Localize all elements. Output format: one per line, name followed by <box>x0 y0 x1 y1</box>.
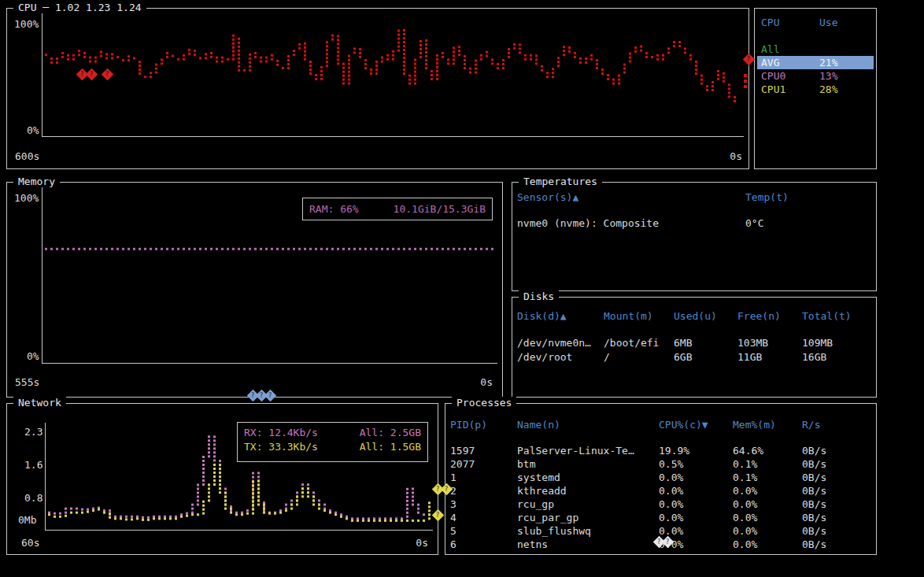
process-cell: 0.0% <box>659 525 683 537</box>
cpu-y-axis <box>42 13 43 137</box>
ram-percent-label: RAM: 66% <box>309 203 359 215</box>
process-row[interactable]: 2kthreadd0.0%0.0%0B/s <box>445 485 876 498</box>
net-x-left-label: 60s <box>21 537 39 549</box>
proc-col-cpu[interactable]: CPU%(c)▼ <box>659 419 708 431</box>
disk-row[interactable]: /dev/nvme0n… /boot/efi 6MB 103MB 109MB <box>512 337 876 350</box>
disk-free: 103MB <box>737 337 768 349</box>
process-row[interactable]: 4rcu_par_gp0.0%0.0%0B/s <box>445 512 876 525</box>
processes-header-row: PID(p) Name(n) CPU%(c)▼ Mem%(m) R/s <box>445 419 876 432</box>
process-cell: kthreadd <box>517 485 567 497</box>
process-row[interactable]: 5slub_flushwq0.0%0.0%0B/s <box>445 525 876 538</box>
cpu-y-min-label: 0% <box>27 124 39 136</box>
cpu-panel[interactable]: CPU ─ 1.02 1.23 1.24 100% 0% 600s 0s <box>6 8 749 169</box>
disk-free: 11GB <box>737 351 762 363</box>
process-row[interactable]: 2077btm0.5%0.1%0B/s <box>445 458 876 472</box>
cpu1-label: CPU1 <box>761 83 785 95</box>
cpu-legend-row-avg[interactable]: AVG 21% <box>755 57 876 70</box>
cpu-legend-row-all[interactable]: All <box>755 43 876 57</box>
system-monitor-screen: CPU ─ 1.02 1.23 1.24 100% 0% 600s 0s CPU… <box>0 0 924 577</box>
process-cell: PalServer-Linux-Te… <box>517 445 634 457</box>
disk-used: 6GB <box>674 351 692 363</box>
temperatures-panel-title: Temperatures <box>519 176 602 187</box>
process-cell: 0.0% <box>733 538 757 550</box>
process-cell: 5 <box>450 525 456 537</box>
process-cell: 3 <box>450 498 456 510</box>
process-row[interactable]: 1597PalServer-Linux-Te…19.9%64.6%0B/s <box>445 445 876 458</box>
cpu-usage-chart <box>45 9 745 139</box>
cpu-legend-row-cpu0[interactable]: CPU0 13% <box>755 70 876 83</box>
cpu-avg-label: AVG <box>761 57 779 68</box>
disk-row[interactable]: /dev/root / 6GB 11GB 16GB <box>512 351 876 364</box>
network-y-axis <box>45 423 46 530</box>
temps-row[interactable]: nvme0 (nvme): Composite 0°C <box>512 217 876 231</box>
processes-panel[interactable]: Processes PID(p) Name(n) CPU%(c)▼ Mem%(m… <box>445 403 877 555</box>
rx-rate-label: RX: 12.4Kb/s <box>244 427 318 438</box>
net-y-label-0: 0Mb <box>18 514 36 526</box>
process-cell: 64.6% <box>733 445 763 457</box>
disk-mount: /boot/efi <box>604 337 659 349</box>
process-row[interactable]: 3rcu_gp0.0%0.0%0B/s <box>445 498 876 512</box>
chart-dot <box>744 85 747 88</box>
process-cell: btm <box>517 458 535 470</box>
temps-col-temp[interactable]: Temp(t) <box>745 191 789 203</box>
network-panel[interactable]: Network 2.3 1.6 0.8 0Mb RX: 12.4Kb/s All… <box>6 403 438 555</box>
disks-panel[interactable]: Disks Disk(d)▲ Mount(m) Used(u) Free(n) … <box>512 297 877 398</box>
proc-col-rs[interactable]: R/s <box>802 419 820 431</box>
temps-col-sensor[interactable]: Sensor(s)▲ <box>517 191 578 203</box>
proc-col-mem[interactable]: Mem%(m) <box>733 419 776 431</box>
disk-name: /dev/root <box>517 351 572 363</box>
ram-amount-label: 10.1GiB/15.3GiB <box>394 203 486 215</box>
process-cell: 1 <box>450 472 456 483</box>
process-cell: 1597 <box>450 445 475 457</box>
process-cell: 0.0% <box>733 525 757 537</box>
process-cell: netns <box>517 538 548 550</box>
disk-used: 6MB <box>674 337 692 349</box>
process-cell: 0.0% <box>659 498 683 510</box>
cpu-legend-col-use[interactable]: Use <box>819 17 837 28</box>
net-y-label-3: 0.8 <box>24 492 43 504</box>
memory-x-right-label: 0s <box>480 376 493 388</box>
process-row[interactable]: 1systemd0.0%0.1%0B/s <box>445 472 876 485</box>
disks-col-mount[interactable]: Mount(m) <box>604 310 653 322</box>
process-cell: 0.5% <box>659 458 683 470</box>
process-cell: 0B/s <box>802 512 826 523</box>
process-cell: 0.0% <box>659 472 683 483</box>
process-cell: 0B/s <box>802 538 826 550</box>
disk-total: 109MB <box>802 337 833 349</box>
disk-mount: / <box>604 351 610 363</box>
temperatures-panel[interactable]: Temperatures Sensor(s)▲ Temp(t) nvme0 (n… <box>512 182 877 291</box>
cpu0-label: CPU0 <box>761 70 785 82</box>
disks-header-row: Disk(d)▲ Mount(m) Used(u) Free(n) Total(… <box>512 310 876 324</box>
process-cell: 2077 <box>450 458 475 470</box>
process-cell: 0B/s <box>802 445 826 457</box>
proc-col-name[interactable]: Name(n) <box>517 419 560 431</box>
cpu-legend-panel[interactable]: CPU Use All AVG 21% CPU0 13% CPU1 28% <box>754 8 877 169</box>
disks-col-free[interactable]: Free(n) <box>737 310 781 322</box>
cpu-y-max-label: 100% <box>14 18 39 30</box>
processes-panel-title: Processes <box>452 397 516 409</box>
proc-col-pid[interactable]: PID(p) <box>450 419 487 431</box>
memory-x-left-label: 555s <box>15 376 39 388</box>
net-x-right-label: 0s <box>416 537 428 549</box>
process-cell: 6 <box>450 538 456 550</box>
network-legend-box: RX: 12.4Kb/s All: 2.5GB TX: 33.3Kb/s All… <box>237 422 428 462</box>
cpu-x-right-label: 0s <box>730 150 742 162</box>
disks-col-used[interactable]: Used(u) <box>674 310 717 322</box>
net-y-label-1: 2.3 <box>24 426 43 438</box>
process-cell: slub_flushwq <box>517 525 591 537</box>
disk-total: 16GB <box>802 351 826 363</box>
cpu-x-left-label: 600s <box>15 150 39 162</box>
process-cell: 0B/s <box>802 498 826 510</box>
disks-col-disk[interactable]: Disk(d)▲ <box>517 310 567 322</box>
process-cell: 0B/s <box>802 525 826 537</box>
memory-panel[interactable]: Memory 100% 0% RAM: 66% 10.1GiB/15.3GiB … <box>6 182 503 398</box>
temps-header-row: Sensor(s)▲ Temp(t) <box>512 191 876 205</box>
cpu-legend-row-cpu1[interactable]: CPU1 28% <box>755 83 876 97</box>
cpu0-value: 13% <box>819 70 837 82</box>
chart-dot <box>744 74 747 77</box>
cpu-legend-col-cpu[interactable]: CPU <box>761 17 779 28</box>
net-y-label-2: 1.6 <box>24 459 43 471</box>
memory-y-min-label: 0% <box>27 350 39 362</box>
disks-col-total[interactable]: Total(t) <box>802 310 852 322</box>
temp-sensor-name: nvme0 (nvme): Composite <box>517 217 659 229</box>
